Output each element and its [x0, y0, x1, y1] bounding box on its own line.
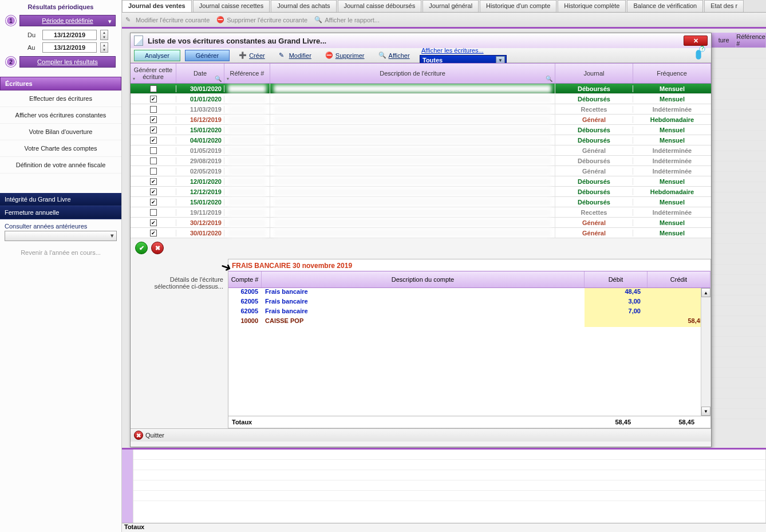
tab-4[interactable]: Journal général	[423, 0, 479, 12]
help-icon[interactable]: ?	[693, 46, 705, 62]
close-button[interactable]: ✕	[684, 36, 708, 46]
row-checkbox[interactable]: ✔	[150, 199, 157, 206]
detail-scrollbar[interactable]: ▲▼	[701, 288, 710, 416]
row-checkbox[interactable]: ✔	[150, 178, 157, 185]
table-row[interactable]: ✔04/01/2020DéboursésMensuel	[131, 135, 711, 145]
table-row[interactable]: 11/03/2019RecettesIndéterminée	[131, 104, 711, 115]
generer-button[interactable]: Générer	[185, 50, 230, 61]
col-reference[interactable]: ▾Référence #	[224, 64, 270, 83]
table-row[interactable]: ✔15/01/2020DéboursésMensuel	[131, 197, 711, 207]
document-icon	[134, 36, 143, 46]
afficher-button[interactable]: 🔍Afficher	[374, 50, 414, 61]
row-checkbox[interactable]	[150, 147, 157, 154]
col-generate[interactable]: ▾Générer cette écriture	[131, 64, 176, 83]
compile-results-button[interactable]: Compiler les résultats	[19, 56, 116, 68]
row-checkbox[interactable]: ✔	[150, 116, 157, 123]
period-predefined-button[interactable]: Période prédéfinie▾	[19, 15, 116, 26]
dcol-credit[interactable]: Crédit	[647, 271, 710, 287]
row-checkbox[interactable]: ✔	[150, 137, 157, 144]
bottom-totaux-label: Totaux	[122, 523, 766, 532]
tab-5[interactable]: Historique d'un compte	[480, 0, 556, 12]
date-to-input[interactable]	[42, 42, 97, 53]
col-journal[interactable]: Journal	[555, 64, 633, 83]
sidebar-link-4[interactable]: Définition de votre année fiscale	[0, 157, 121, 174]
tab-8[interactable]: Etat des r	[704, 0, 744, 12]
modify-entry-link[interactable]: ✎Modifier l'écriture courante	[125, 16, 210, 24]
row-checkbox[interactable]: ✔	[150, 188, 157, 195]
quit-button[interactable]: ✖Quitter	[134, 431, 164, 440]
dcol-description[interactable]: Description du compte	[262, 271, 585, 287]
sidebar-link-1[interactable]: Afficher vos écritures constantes	[0, 107, 121, 124]
detail-row[interactable]: 62005Frais bancaire48,45	[228, 288, 710, 298]
row-checkbox[interactable]	[150, 209, 157, 216]
row-checkbox[interactable]	[150, 157, 157, 164]
date-from-label: Du	[27, 31, 39, 38]
row-checkbox[interactable]	[150, 168, 157, 175]
detail-row[interactable]: 10000CAISSE POP58,45	[228, 317, 710, 327]
tab-1[interactable]: Journal caisse recettes	[193, 0, 270, 12]
row-checkbox[interactable]: ✔	[150, 230, 157, 237]
row-checkbox[interactable]: ✔	[150, 96, 157, 103]
table-row[interactable]: ✔12/01/2020DéboursésMensuel	[131, 176, 711, 187]
row-checkbox[interactable]: ✔	[150, 85, 157, 92]
date-from-input[interactable]	[42, 30, 97, 40]
tab-0[interactable]: Journal des ventes	[122, 0, 192, 12]
supprimer-button[interactable]: ⛔Supprimer	[321, 50, 369, 61]
minus-circle-icon: ⛔	[325, 52, 333, 60]
dark-item-1[interactable]: Fermeture annuelle	[0, 206, 121, 219]
cancel-button[interactable]: ✖	[151, 242, 164, 254]
row-checkbox[interactable]: ✔	[150, 219, 157, 226]
tab-3[interactable]: Journal caisse déboursés	[338, 0, 422, 12]
date-from-spinner[interactable]: ▲▼	[100, 30, 108, 40]
table-row[interactable]: 02/05/2019GénéralIndéterminée	[131, 166, 711, 176]
col-frequency[interactable]: Fréquence	[633, 64, 711, 83]
confirm-button[interactable]: ✔	[135, 242, 148, 254]
table-row[interactable]: ✔16/12/2019GénéralHebdomadaire	[131, 115, 711, 125]
detail-row[interactable]: 62005Frais bancaire3,00	[228, 298, 710, 308]
table-row[interactable]: ✔12/12/2019DéboursésHebdomadaire	[131, 187, 711, 197]
magnifier-icon: 🔍	[378, 52, 386, 60]
table-row[interactable]: 01/05/2019GénéralIndéterminée	[131, 145, 711, 156]
consult-years-dropdown[interactable]	[5, 231, 117, 241]
sidebar-link-2[interactable]: Votre Bilan d'ouverture	[0, 124, 121, 140]
tab-7[interactable]: Balance de vérification	[627, 0, 703, 12]
table-row[interactable]: ✔15/01/2020DéboursésMensuel	[131, 125, 711, 135]
row-checkbox[interactable]: ✔	[150, 127, 157, 133]
detail-title: FRAIS BANCAIRE 30 novembre 2019	[228, 259, 710, 271]
detail-panel: FRAIS BANCAIRE 30 novembre 2019 Compte #…	[228, 259, 711, 428]
ecritures-header: Écritures	[0, 77, 121, 90]
tab-2[interactable]: Journal des achats	[271, 0, 336, 12]
back-to-current-year-link[interactable]: Revenir à l'année en cours...	[0, 245, 121, 261]
consult-years-label: Consulter années antérieures	[5, 223, 117, 230]
bg-header-reference: Référence #	[736, 33, 766, 48]
dcol-debit[interactable]: Débit	[585, 271, 647, 287]
delete-entry-link[interactable]: ⛔Supprimer l'écriture courante	[216, 16, 307, 24]
table-row[interactable]: ✔30/01/2020DéboursésMensuel	[131, 84, 711, 94]
creer-button[interactable]: ➕Créer	[234, 50, 270, 61]
detail-label: Détails de l'écriture sélectionnée ci-de…	[135, 276, 223, 290]
table-row[interactable]: 29/08/2019DéboursésIndéterminée	[131, 156, 711, 166]
col-description[interactable]: Description de l'écriture🔍	[270, 64, 555, 83]
dark-item-0[interactable]: Intégrité du Grand Livre	[0, 193, 121, 206]
tab-6[interactable]: Historique complète	[558, 0, 626, 12]
sidebar-link-3[interactable]: Votre Charte des comptes	[0, 140, 121, 157]
modifier-button[interactable]: ✎Modifier	[274, 50, 316, 61]
analyser-button[interactable]: Analyser	[134, 50, 180, 61]
sidebar: Résultats périodiques 1 Période prédéfin…	[0, 0, 122, 532]
detail-row[interactable]: 62005Frais bancaire7,00	[228, 308, 710, 317]
col-date[interactable]: Date🔍	[176, 64, 224, 83]
afficher-ecritures-link[interactable]: Afficher les écritures...	[421, 47, 484, 54]
sidebar-link-0[interactable]: Effectuer des écritures	[0, 90, 121, 107]
date-to-spinner[interactable]: ▲▼	[100, 42, 108, 53]
table-row[interactable]: 19/11/2019RecettesIndéterminée	[131, 207, 711, 218]
table-row[interactable]: ✔30/01/2020GénéralMensuel	[131, 228, 711, 238]
show-report-link[interactable]: 🔍Afficher le rapport...	[314, 16, 380, 24]
table-row[interactable]: ✔30/12/2019GénéralMensuel	[131, 218, 711, 228]
row-checkbox[interactable]	[150, 106, 157, 113]
bg-grid-header: ture Référence #	[712, 33, 766, 48]
step-2-badge: 2	[6, 57, 16, 67]
main-area: Journal des ventesJournal caisse recette…	[122, 0, 766, 532]
table-row[interactable]: ✔01/01/2020DéboursésMensuel	[131, 94, 711, 104]
pencil-icon: ✎	[279, 52, 287, 60]
dcol-compte[interactable]: Compte #	[228, 271, 262, 287]
